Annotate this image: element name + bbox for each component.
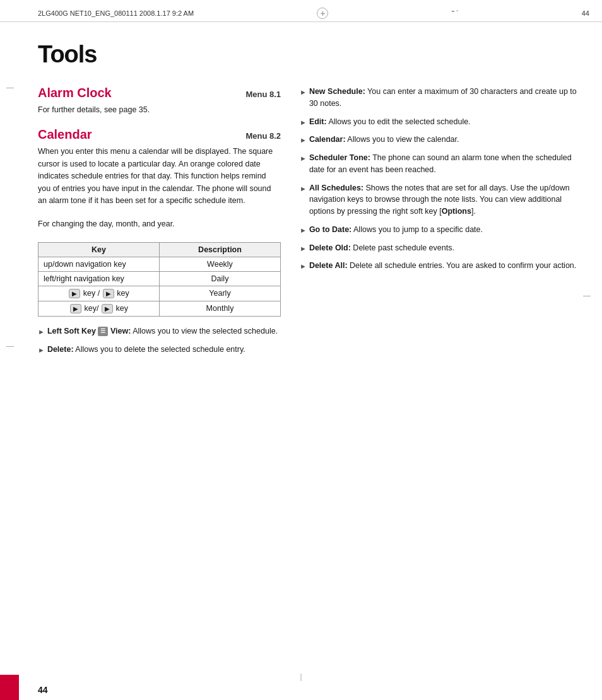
page-number: 44 bbox=[38, 685, 48, 695]
alarm-clock-title: Alarm Clock bbox=[38, 86, 112, 100]
table-cell-key: ▶ key/ ▶ key bbox=[38, 301, 160, 316]
bullet-text: Calendar: Allows you to view the calenda… bbox=[309, 134, 577, 146]
key-icon-1: ▶ bbox=[69, 289, 80, 298]
left-column: Alarm Clock Menu 8.1 For further details… bbox=[38, 86, 281, 362]
bullet-delete-all: ► Delete All: Delete all schedule entrie… bbox=[300, 260, 577, 272]
key-icon-4: ▶ bbox=[102, 304, 113, 313]
two-column-layout: Alarm Clock Menu 8.1 For further details… bbox=[38, 86, 577, 362]
bullet-arrow-icon: ► bbox=[300, 243, 307, 254]
registration-mark bbox=[317, 8, 328, 19]
table-row: ▶ key/ ▶ key Monthly bbox=[38, 301, 281, 316]
calendar-changing-text: For changing the day, month, and year. bbox=[38, 218, 281, 230]
page-title: Tools bbox=[38, 41, 577, 68]
bullet-arrow-icon: ► bbox=[300, 87, 307, 98]
table-cell-desc: Yearly bbox=[160, 286, 281, 301]
red-bar bbox=[0, 675, 19, 700]
file-info: 2LG400G NET10_ENG_080111 2008.1.17 9:2 A… bbox=[38, 9, 194, 17]
calendar-menu: Menu 8.2 bbox=[245, 131, 281, 141]
bullet-all-schedules: ► All Schedules: Shows the notes that ar… bbox=[300, 182, 577, 218]
bullet-text: Delete Old: Delete past schedule events. bbox=[309, 242, 577, 254]
bullet-go-to-date: ► Go to Date: Allows you to jump to a sp… bbox=[300, 224, 577, 236]
bullet-arrow-icon: ► bbox=[300, 184, 307, 194]
calendar-title: Calendar bbox=[38, 127, 92, 142]
table-header-desc: Description bbox=[160, 242, 281, 257]
table-header-key: Key bbox=[38, 242, 160, 257]
calendar-header: Calendar Menu 8.2 bbox=[38, 127, 281, 142]
main-content: Tools Alarm Clock Menu 8.1 For further d… bbox=[38, 41, 577, 662]
bullet-text: Delete All: Delete all schedule entries.… bbox=[309, 260, 577, 272]
table-row: ▶ key / ▶ key Yearly bbox=[38, 286, 281, 301]
table-row: up/down navigation key Weekly bbox=[38, 257, 281, 271]
table-cell-desc: Monthly bbox=[160, 301, 281, 316]
navigation-table: Key Description up/down navigation key W… bbox=[38, 242, 281, 317]
table-row: left/right navigation key Daily bbox=[38, 271, 281, 286]
bullet-new-schedule: ► New Schedule: You can enter a maximum … bbox=[300, 86, 577, 110]
bullet-delete-old: ► Delete Old: Delete past schedule event… bbox=[300, 242, 577, 254]
table-cell-key: up/down navigation key bbox=[38, 257, 160, 271]
table-cell-key: ▶ key / ▶ key bbox=[38, 286, 160, 301]
bullet-text: Go to Date: Allows you to jump to a spec… bbox=[309, 224, 577, 236]
bullet-text: Edit: Allows you to edit the selected sc… bbox=[309, 116, 577, 128]
key-icon-2: ▶ bbox=[103, 289, 114, 298]
bullet-arrow-icon: ► bbox=[38, 327, 45, 337]
reg-mark-left-top bbox=[6, 82, 19, 95]
key-icon-3: ▶ bbox=[70, 304, 81, 313]
header-dots: ˜ ` bbox=[452, 9, 458, 17]
bullet-left-soft-key: ► Left Soft Key ☰ View: Allows you to vi… bbox=[38, 325, 281, 337]
bullet-text: New Schedule: You can enter a maximum of… bbox=[309, 86, 577, 110]
bullet-edit: ► Edit: Allows you to edit the selected … bbox=[300, 116, 577, 128]
table-cell-key: left/right navigation key bbox=[38, 271, 160, 286]
bullet-arrow-icon: ► bbox=[300, 261, 307, 272]
calendar-body: When you enter this menu a calendar will… bbox=[38, 146, 281, 207]
bullet-delete: ► Delete: Allows you to delete the selec… bbox=[38, 344, 281, 356]
bullet-scheduler-tone: ► Scheduler Tone: The phone can sound an… bbox=[300, 152, 577, 176]
bullet-calendar: ► Calendar: Allows you to view the calen… bbox=[300, 134, 577, 146]
right-column: ► New Schedule: You can enter a maximum … bbox=[300, 86, 577, 362]
bullet-arrow-icon: ► bbox=[300, 135, 307, 146]
bullet-text: Delete: Allows you to delete the selecte… bbox=[47, 344, 281, 356]
reg-mark-right-mid bbox=[583, 290, 596, 303]
bullet-text: Left Soft Key ☰ View: Allows you to view… bbox=[47, 325, 281, 337]
alarm-clock-header: Alarm Clock Menu 8.1 bbox=[38, 86, 281, 100]
bullet-arrow-icon: ► bbox=[38, 345, 45, 356]
table-cell-desc: Weekly bbox=[160, 257, 281, 271]
table-cell-desc: Daily bbox=[160, 271, 281, 286]
bullet-arrow-icon: ► bbox=[300, 117, 307, 128]
header-page: 44 bbox=[582, 9, 589, 17]
header-bar: 2LG400G NET10_ENG_080111 2008.1.17 9:2 A… bbox=[0, 5, 602, 22]
bullet-arrow-icon: ► bbox=[300, 225, 307, 236]
softkey-icon: ☰ bbox=[98, 327, 108, 337]
alarm-clock-menu: Menu 8.1 bbox=[245, 90, 281, 99]
bullet-text: Scheduler Tone: The phone can sound an a… bbox=[309, 152, 577, 176]
bullet-arrow-icon: ► bbox=[300, 153, 307, 164]
page: 2LG400G NET10_ENG_080111 2008.1.17 9:2 A… bbox=[0, 0, 602, 700]
alarm-clock-body: For further details, see page 35. bbox=[38, 104, 281, 116]
reg-mark-bottom bbox=[301, 674, 302, 681]
reg-mark-left-mid bbox=[6, 341, 19, 353]
bullet-text: All Schedules: Shows the notes that are … bbox=[309, 182, 577, 218]
